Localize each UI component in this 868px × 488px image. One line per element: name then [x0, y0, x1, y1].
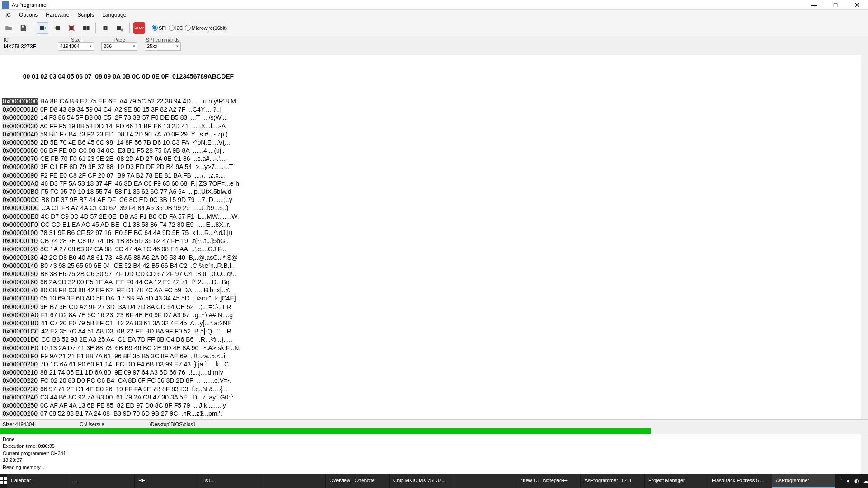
- proto-spi[interactable]: SPI: [152, 25, 167, 31]
- hex-row[interactable]: 0x00000120 8C 1A 27 08 63 02 CA 98 9C 47…: [0, 245, 868, 253]
- spicmd-combo[interactable]: 25xx: [145, 42, 181, 51]
- menu-language[interactable]: Language: [99, 11, 130, 19]
- hex-row[interactable]: 0x000001B0 41 C7 20 E0 79 5B 8F C1 12 2A…: [0, 319, 868, 327]
- taskbar-task[interactable]: ...: [71, 474, 134, 488]
- hex-row[interactable]: 0x00000160 66 2A 9D 32 00 E5 1E AA EE F0…: [0, 278, 868, 286]
- taskbar-task[interactable]: Project Manager: [645, 474, 708, 488]
- hex-row[interactable]: 0x00000040 59 BD F7 B4 73 F2 23 ED 08 14…: [0, 130, 868, 138]
- hex-row[interactable]: 0x00000210 88 21 74 05 E1 1D 6A 80 9E 09…: [0, 368, 868, 376]
- save-button[interactable]: [17, 22, 29, 34]
- status-path2: \Desktop\BIOS\bios1: [150, 422, 196, 427]
- hex-row[interactable]: 0x00000010 0F D8 43 89 34 59 04 C4 A2 9E…: [0, 105, 868, 113]
- hex-row[interactable]: 0x00000140 B0 43 98 25 65 60 6E 04 CE 52…: [0, 262, 868, 270]
- tray-chevron-icon[interactable]: ˄: [840, 478, 842, 484]
- hex-row[interactable]: 0x00000000 BA 8B CA BB E2 75 EE 6E A4 79…: [0, 97, 868, 105]
- verify-ic-button[interactable]: [80, 22, 92, 34]
- ic-label: IC:: [4, 37, 51, 42]
- hex-row[interactable]: 0x00000190 9E B7 3B CD A2 9F 27 3D 3A D4…: [0, 303, 868, 311]
- taskbar-task[interactable]: FlashBack Express 5 ...: [708, 474, 772, 488]
- proto-microwire[interactable]: Microwire(16bit): [185, 25, 227, 31]
- status-size: Size: 4194304: [3, 422, 34, 427]
- hex-row[interactable]: 0x000001F0 F9 9A 21 21 E1 88 7A 61 96 8E…: [0, 352, 868, 360]
- log-line: Current programmer: CH341: [3, 450, 865, 457]
- stop-button[interactable]: STOP: [133, 22, 145, 34]
- vertical-scrollbar[interactable]: [861, 55, 868, 419]
- erase-ic-button[interactable]: [66, 22, 77, 34]
- hex-row[interactable]: 0x000001E0 10 13 2A D7 41 3E 88 73 6B B9…: [0, 344, 868, 352]
- hex-row[interactable]: 0x00000070 CE FB 70 F0 61 23 9E 2E 08 2D…: [0, 155, 868, 163]
- hex-row[interactable]: 0x00000090 F2 FE E0 C8 2F CF 20 07 B9 7A…: [0, 171, 868, 179]
- taskbar-task[interactable]: AsProgrammer_1.4.1: [581, 474, 644, 488]
- hex-row[interactable]: 0x00000260 07 68 52 88 B1 7A 24 08 B3 9D…: [0, 409, 868, 418]
- system-tray[interactable]: ˄ ● ◐ ☁ ▮ 📶 🔊 ENG 13:21 💬: [836, 478, 868, 484]
- hex-row[interactable]: 0x000000B0 F5 FC 95 70 10 13 55 74 58 F1…: [0, 188, 868, 196]
- svg-rect-10: [4, 477, 7, 480]
- hex-row[interactable]: 0x000001D0 CC B3 52 93 2E A3 25 A4 C1 EA…: [0, 335, 868, 343]
- hex-row[interactable]: 0x00000080 3E C1 FE 8D 79 3E 37 88 10 D3…: [0, 163, 868, 171]
- hex-row[interactable]: 0x00000230 66 97 71 2E D1 4E C0 26 19 FF…: [0, 385, 868, 393]
- hex-row[interactable]: 0x00000110 CB 74 28 7E C8 07 74 1B 1B 85…: [0, 237, 868, 245]
- write-ic-button[interactable]: [51, 22, 63, 34]
- hex-row[interactable]: 0x000000E0 4C D7 C9 0D 4D 57 2E 0E DB A3…: [0, 212, 868, 221]
- protocol-group: SPI I2C Microwire(16bit): [148, 23, 231, 33]
- hex-row[interactable]: 0x00000220 FC 02 20 83 D0 FC C6 B4 CA 8D…: [0, 376, 868, 385]
- hex-row[interactable]: 0x00000170 80 0B FB C3 88 42 EF 62 FE D1…: [0, 286, 868, 294]
- taskbar-task[interactable]: RE:: [135, 474, 198, 488]
- hex-editor[interactable]: 00 01 02 03 04 05 06 07 08 09 0A 0B 0C 0…: [0, 55, 868, 419]
- proto-i2c[interactable]: I2C: [169, 25, 183, 31]
- maximize-button[interactable]: □: [826, 1, 844, 9]
- size-combo[interactable]: 4194304: [58, 42, 94, 51]
- taskbar-task[interactable]: [262, 474, 326, 488]
- taskbar-task[interactable]: [453, 474, 517, 488]
- hex-row[interactable]: 0x000001C0 42 E2 35 7C A4 51 A8 D3 0B 22…: [0, 327, 868, 335]
- log-scrollbar[interactable]: [861, 434, 868, 474]
- hex-row[interactable]: 0x00000030 A0 FF F5 19 88 58 DD 14 FD 66…: [0, 122, 868, 130]
- hex-row[interactable]: 0x00000240 C3 44 B6 8C 92 7A B3 00 61 79…: [0, 393, 868, 401]
- log-line: Done: [3, 436, 865, 443]
- hex-row[interactable]: 0x00000180 05 10 69 3E 6D AD 5E DA 17 6B…: [0, 294, 868, 302]
- taskbar-task[interactable]: Overview - OneNote: [326, 474, 389, 488]
- close-button[interactable]: ✕: [848, 1, 866, 9]
- open-button[interactable]: [3, 22, 14, 34]
- svg-rect-1: [56, 26, 60, 30]
- hex-row[interactable]: 0x000001A0 F1 67 D2 8A 7E 5C 16 23 23 BF…: [0, 311, 868, 319]
- window-title: AsProgrammer: [12, 2, 805, 8]
- tray-icon[interactable]: ●: [847, 478, 850, 483]
- hex-row[interactable]: 0x00000060 06 BF FE 0D C0 08 34 0C E3 B1…: [0, 146, 868, 155]
- svg-rect-12: [4, 481, 7, 484]
- hex-row[interactable]: 0x00000130 42 2C D8 B0 40 A8 61 73 43 A5…: [0, 253, 868, 262]
- hex-row[interactable]: 0x00000200 7D 1C 6A 61 F0 60 F1 14 EC DD…: [0, 360, 868, 368]
- app-icon: [2, 1, 9, 9]
- taskbar-task[interactable]: - su...: [198, 474, 262, 488]
- hex-row[interactable]: 0x00000050 2D 5E 70 4E B6 45 0C 98 14 8F…: [0, 138, 868, 146]
- log-panel[interactable]: DoneExecution time: 0:00:35Current progr…: [0, 434, 868, 474]
- menu-options[interactable]: Options: [15, 11, 41, 19]
- hex-row[interactable]: 0x00000150 B8 38 E6 75 2B C6 30 97 4F DD…: [0, 270, 868, 278]
- hex-row[interactable]: 0x000000F0 CC CD E1 EA AC 45 AD BE C1 38…: [0, 221, 868, 229]
- hex-row[interactable]: 0x00000100 78 31 9F B6 CF 52 97 16 E0 5E…: [0, 229, 868, 237]
- menu-ic[interactable]: IC: [2, 11, 14, 19]
- spicmd-label: SPI commands: [145, 37, 181, 42]
- chip-config-button[interactable]: [114, 22, 126, 34]
- toolbar: i STOP SPI I2C Microwire(16bit): [0, 20, 868, 36]
- svg-rect-7: [117, 26, 121, 30]
- read-ic-button[interactable]: [37, 22, 48, 34]
- tray-icon[interactable]: ◐: [854, 478, 859, 484]
- hex-row[interactable]: 0x000000A0 46 D3 7F 5A 53 13 37 4F 46 3D…: [0, 179, 868, 188]
- minimize-button[interactable]: —: [805, 1, 823, 9]
- svg-rect-11: [0, 481, 3, 484]
- taskbar-task[interactable]: Calendar -: [7, 474, 71, 488]
- page-combo[interactable]: 256: [101, 42, 137, 51]
- tray-cloud-icon[interactable]: ☁: [863, 478, 868, 484]
- hex-row[interactable]: 0x00000020 14 F3 86 54 5F B8 08 C5 2F 73…: [0, 113, 868, 122]
- taskbar-task[interactable]: AsProgrammer: [772, 474, 835, 488]
- taskbar-task[interactable]: Chip MXIC MX 25L32...: [390, 474, 453, 488]
- chip-info-button[interactable]: i: [99, 22, 111, 34]
- taskbar-task[interactable]: *new 13 - Notepad++: [517, 474, 580, 488]
- hex-row[interactable]: 0x000000C0 B8 DF 37 9E B7 44 AE DF C6 8C…: [0, 196, 868, 204]
- start-button[interactable]: [0, 474, 7, 488]
- hex-row[interactable]: 0x00000250 0C AF AF 4A 13 6B FE 85 82 ED…: [0, 401, 868, 409]
- menu-scripts[interactable]: Scripts: [74, 11, 98, 19]
- menu-hardware[interactable]: Hardware: [42, 11, 73, 19]
- hex-row[interactable]: 0x000000D0 CA C1 FB A7 4A C1 C0 62 39 F4…: [0, 204, 868, 212]
